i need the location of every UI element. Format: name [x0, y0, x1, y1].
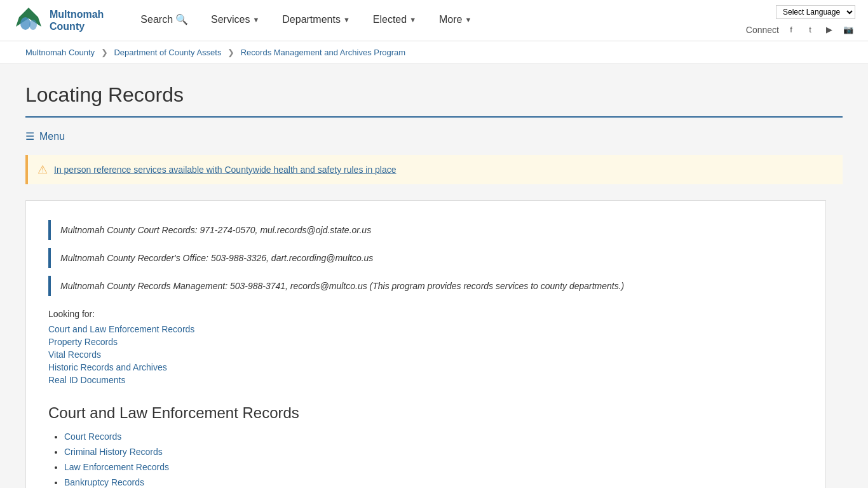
chevron-down-icon: ▼: [465, 16, 471, 24]
logo-text: Multnomah County: [50, 8, 104, 32]
logo-area[interactable]: Multnomah County: [13, 4, 104, 36]
alert-banner: ⚠ In person reference services available…: [25, 155, 843, 184]
chevron-down-icon: ▼: [409, 16, 416, 24]
toc-link-historic[interactable]: Historic Records and Archives: [48, 362, 803, 372]
breadcrumb-dept[interactable]: Department of County Assets: [114, 48, 221, 57]
nav-search[interactable]: Search 🔍: [129, 0, 200, 41]
hamburger-icon: ☰: [25, 130, 34, 142]
svg-point-3: [29, 20, 37, 30]
top-right-area: Select Language Connect f t ▶ 📷: [746, 0, 855, 41]
chevron-down-icon: ▼: [343, 16, 350, 24]
toc-link-court[interactable]: Court and Law Enforcement Records: [48, 324, 803, 334]
contact-text-3: Multnomah County Records Management: 503…: [60, 281, 624, 291]
link-court-records[interactable]: Court Records: [64, 431, 121, 442]
contact-text-2: Multnomah County Recorder's Office: 503-…: [60, 253, 373, 263]
link-criminal-history[interactable]: Criminal History Records: [64, 447, 163, 457]
record-list: Court Records Criminal History Records L…: [64, 431, 803, 487]
list-item: Bankruptcy Records: [64, 477, 803, 487]
main-nav: Search 🔍 Services ▼ Departments ▼ Electe…: [129, 0, 483, 41]
top-navigation-bar: Multnomah County Search 🔍 Services ▼ Dep…: [0, 0, 868, 41]
toc-link-property[interactable]: Property Records: [48, 337, 803, 347]
link-law-enforcement[interactable]: Law Enforcement Records: [64, 462, 169, 472]
menu-label: Menu: [39, 131, 65, 142]
instagram-icon[interactable]: 📷: [841, 23, 855, 37]
breadcrumb: Multnomah County ❯ Department of County …: [0, 41, 868, 64]
nav-more[interactable]: More ▼: [428, 0, 483, 41]
logo-county: County: [50, 21, 104, 32]
svg-marker-0: [19, 8, 38, 17]
breadcrumb-separator: ❯: [227, 48, 234, 57]
alert-link[interactable]: In person reference services available w…: [54, 165, 397, 175]
connect-label: Connect: [746, 25, 779, 35]
contact-block-2: Multnomah County Recorder's Office: 503-…: [48, 248, 803, 268]
chevron-down-icon: ▼: [252, 16, 259, 24]
section-title: Court and Law Enforcement Records: [48, 404, 803, 422]
nav-elected[interactable]: Elected ▼: [362, 0, 428, 41]
logo-icon: [13, 4, 44, 36]
list-item: Criminal History Records: [64, 447, 803, 457]
contact-text-1: Multnomah County Court Records: 971-274-…: [60, 225, 371, 235]
youtube-icon[interactable]: ▶: [822, 23, 836, 37]
breadcrumb-program[interactable]: Records Management and Archives Program: [241, 48, 405, 57]
svg-point-2: [20, 17, 31, 30]
breadcrumb-home[interactable]: Multnomah County: [25, 48, 95, 57]
main-content-wrapper: Locating Records ☰ Menu ⚠ In person refe…: [0, 64, 868, 488]
warning-icon: ⚠: [37, 163, 48, 177]
menu-toggle[interactable]: ☰ Menu: [25, 130, 843, 142]
twitter-icon[interactable]: t: [803, 23, 817, 37]
list-item: Law Enforcement Records: [64, 462, 803, 472]
toc-link-vital[interactable]: Vital Records: [48, 349, 803, 360]
social-connect-area: Connect f t ▶ 📷: [746, 23, 855, 37]
list-item: Court Records: [64, 431, 803, 442]
breadcrumb-separator: ❯: [101, 48, 108, 57]
contact-block-3: Multnomah County Records Management: 503…: [48, 276, 803, 296]
contact-block-1: Multnomah County Court Records: 971-274-…: [48, 220, 803, 240]
search-icon: 🔍: [175, 13, 188, 25]
facebook-icon[interactable]: f: [784, 23, 798, 37]
link-bankruptcy[interactable]: Bankruptcy Records: [64, 477, 144, 487]
page-title: Locating Records: [25, 83, 843, 118]
looking-for-label: Looking for:: [48, 309, 803, 319]
toc-link-realid[interactable]: Real ID Documents: [48, 375, 803, 385]
content-card: Multnomah County Court Records: 971-274-…: [25, 200, 826, 488]
nav-departments[interactable]: Departments ▼: [271, 0, 361, 41]
language-select[interactable]: Select Language: [776, 5, 855, 19]
nav-services[interactable]: Services ▼: [200, 0, 271, 41]
logo-name: Multnomah: [50, 8, 104, 20]
